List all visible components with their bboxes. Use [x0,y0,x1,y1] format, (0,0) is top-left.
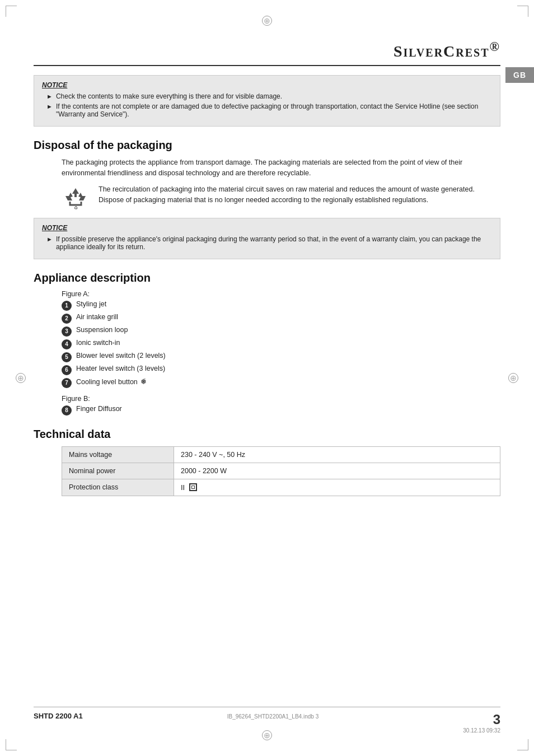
svg-text:♻: ♻ [74,206,78,211]
tech-row-2: Nominal power2000 - 2200 W [62,463,500,479]
reg-mark-top [262,16,272,26]
tech-row-1: Mains voltage230 - 240 V ~, 50 Hz [62,446,500,463]
footer-file-info: IB_96264_SHTD2200A1_LB4.indb 3 [227,712,318,720]
brand-name: SilverCrest® [394,43,500,60]
crop-mark-br [517,739,528,750]
tech-value: 230 - 240 V ~, 50 Hz [174,446,500,463]
tech-label: Mains voltage [62,446,174,463]
reg-mark-right [508,373,518,383]
class-ii-text: II [181,483,185,492]
tech-label: Protection class [62,479,174,496]
technical-table: Mains voltage230 - 240 V ~, 50 HzNominal… [62,446,500,496]
crop-mark-tr [517,6,528,17]
appliance-item-text: Cooling level button ❅̇ [76,377,147,386]
recycle-row: ♻ The recirculation of packaging into th… [62,184,500,212]
appliance-item-a-3: 3Suspension loop [62,326,500,337]
num-circle: 6 [62,365,72,375]
appliance-list-b: 8Finger Diffusor [62,405,500,416]
appliance-item-a-6: 6Heater level switch (3 levels) [62,365,500,375]
appliance-item-a-2: 2Air intake grill [62,313,500,324]
num-circle: 4 [62,339,72,349]
num-circle: 5 [62,352,72,362]
num-circle: 7 [62,378,72,388]
appliance-item-a-5: 5Blower level switch (2 levels) [62,352,500,362]
snowflake-icon: ❅̇ [140,377,147,386]
footer-model: SHTD 2200 A1 [34,712,83,720]
main-content: SilverCrest® NOTICE ► Check the contents… [34,0,500,496]
appliance-item-text: Blower level switch (2 levels) [76,352,166,360]
arrow-icon-1: ► [46,93,53,100]
footer-right-col: 3 30.12.13 09:32 [463,712,500,734]
figure-b-label: Figure B: [62,395,500,403]
appliance-item-text: Ionic switch-in [76,339,120,347]
gb-badge: GB [505,67,534,83]
num-circle: 1 [62,301,72,311]
arrow-icon-3: ► [46,236,53,242]
crop-mark-tl [6,6,17,17]
crop-mark-bl [6,739,17,750]
notice-title-1: NOTICE [42,81,492,89]
appliance-item-text: Suspension loop [76,326,128,334]
appliance-item-a-4: 4Ionic switch-in [62,339,500,349]
tech-label: Nominal power [62,463,174,479]
reg-mark-left [16,373,26,383]
notice-item-1-1: ► Check the contents to make sure everyt… [46,92,492,100]
notice-title-2: NOTICE [42,224,492,232]
page-number: 3 [463,712,500,727]
notice-item-2-1: ► If possible preserve the appliance's o… [46,235,492,251]
footer: SHTD 2200 A1 IB_96264_SHTD2200A1_LB4.ind… [34,707,500,734]
recycle-icon: ♻ [62,184,90,212]
appliance-heading: Appliance description [34,272,500,284]
brand-header: SilverCrest® [34,39,500,66]
class-ii-square [189,483,197,491]
technical-heading: Technical data [34,428,500,441]
appliance-item-text: Air intake grill [76,313,118,321]
num-circle-b: 8 [62,405,72,416]
disposal-para2: The recirculation of packaging into the … [99,184,500,206]
appliance-item-b-text: Finger Diffusor [76,405,122,413]
appliance-item-b-1: 8Finger Diffusor [62,405,500,416]
arrow-icon-2: ► [46,103,53,110]
notice-box-1: NOTICE ► Check the contents to make sure… [34,75,500,127]
protection-class-symbol: II [181,483,197,492]
disposal-heading: Disposal of the packaging [34,139,500,152]
appliance-item-text: Heater level switch (3 levels) [76,365,165,372]
tech-row-3: Protection classII [62,479,500,496]
figure-a-label: Figure A: [62,290,500,298]
disposal-para1: The packaging protects the appliance fro… [62,157,500,179]
appliance-list-a: 1Styling jet2Air intake grill3Suspension… [62,300,500,388]
num-circle: 3 [62,326,72,337]
num-circle: 2 [62,314,72,324]
footer-timestamp: 30.12.13 09:32 [463,727,500,734]
appliance-item-a-1: 1Styling jet [62,300,500,311]
tech-value: II [174,479,500,496]
appliance-item-a-7: 7Cooling level button ❅̇ [62,377,500,388]
tech-value: 2000 - 2200 W [174,463,500,479]
appliance-item-text: Styling jet [76,300,106,308]
page: GB SilverCrest® NOTICE ► Check the conte… [0,0,534,756]
notice-item-1-2: ► If the contents are not complete or ar… [46,102,492,118]
notice-box-2: NOTICE ► If possible preserve the applia… [34,218,500,259]
